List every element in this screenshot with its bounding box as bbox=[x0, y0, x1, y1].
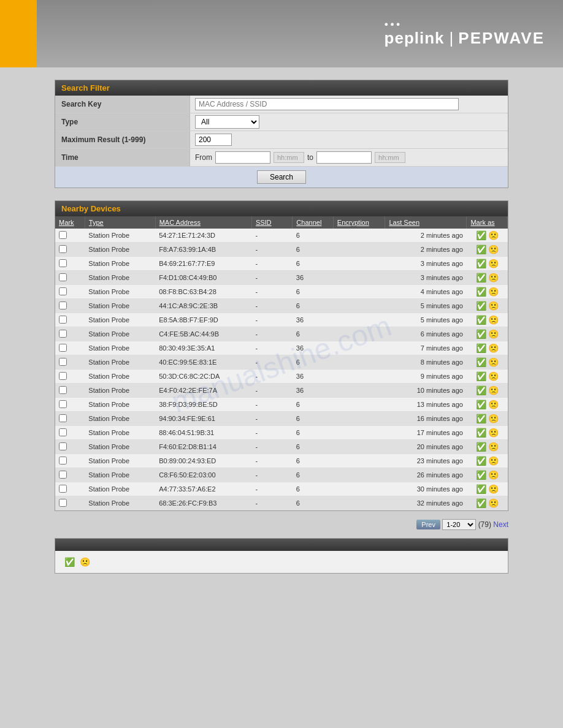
mark-checkbox[interactable] bbox=[59, 316, 67, 324]
mark-as-good-icon[interactable]: ✅ bbox=[476, 470, 486, 480]
mark-as-bad-icon[interactable]: 🙁 bbox=[488, 442, 499, 452]
cell-mark bbox=[55, 468, 85, 482]
mark-as-bad-icon[interactable]: 🙁 bbox=[488, 498, 499, 508]
mark-checkbox[interactable] bbox=[59, 386, 67, 394]
mark-checkbox[interactable] bbox=[59, 428, 67, 436]
time-from-input[interactable] bbox=[215, 151, 270, 164]
mark-as-bad-icon[interactable]: 🙁 bbox=[488, 329, 499, 339]
table-row: Station Probe F4:60:E2:D8:B1:14 - 6 20 m… bbox=[55, 440, 508, 454]
mark-as-bad-icon[interactable]: 🙁 bbox=[488, 414, 499, 423]
col-encryption[interactable]: Encryption bbox=[333, 216, 385, 229]
mark-checkbox[interactable] bbox=[59, 344, 67, 352]
mark-as-bad-icon[interactable]: 🙁 bbox=[488, 230, 499, 240]
mark-as-good-icon[interactable]: ✅ bbox=[476, 287, 486, 297]
search-key-input[interactable] bbox=[195, 98, 459, 110]
mark-as-good-icon[interactable]: ✅ bbox=[476, 315, 486, 325]
cell-type: Station Probe bbox=[85, 440, 155, 454]
cell-mac: 08:F8:BC:63:B4:28 bbox=[155, 285, 251, 299]
mark-as-good-icon[interactable]: ✅ bbox=[476, 357, 486, 367]
logo-pepwave: PEPWAVE bbox=[458, 29, 545, 48]
mark-as-good-icon[interactable]: ✅ bbox=[476, 245, 486, 254]
mark-checkbox[interactable] bbox=[59, 231, 67, 239]
main-content: Search Filter Search Key Type All Statio… bbox=[0, 67, 563, 586]
col-mark[interactable]: Mark bbox=[55, 216, 85, 229]
mark-checkbox[interactable] bbox=[59, 301, 67, 309]
col-mac[interactable]: MAC Address bbox=[155, 216, 251, 229]
table-row: Station Probe 08:F8:BC:63:B4:28 - 6 4 mi… bbox=[55, 285, 508, 299]
time-to-input[interactable] bbox=[316, 151, 372, 164]
mark-as-bad-icon[interactable]: 🙁 bbox=[488, 371, 499, 381]
mark-as-bad-icon[interactable]: 🙁 bbox=[488, 428, 499, 438]
mark-checkbox[interactable] bbox=[59, 400, 67, 408]
cell-mac: 54:27:1E:71:24:3D bbox=[155, 229, 251, 243]
mark-as-good-icon[interactable]: ✅ bbox=[476, 385, 486, 395]
mark-as-bad-icon[interactable]: 🙁 bbox=[488, 357, 499, 367]
max-result-input[interactable]: 200 bbox=[195, 134, 232, 146]
prev-button[interactable]: Prev bbox=[416, 520, 440, 529]
mark-as-good-icon[interactable]: ✅ bbox=[476, 484, 486, 494]
mark-as-good-icon[interactable]: ✅ bbox=[476, 428, 486, 438]
mark-as-bad-icon[interactable]: 🙁 bbox=[488, 301, 499, 311]
logo-peplink: peplink bbox=[385, 29, 445, 48]
mark-as-good-icon[interactable]: ✅ bbox=[476, 259, 486, 268]
cell-type: Station Probe bbox=[85, 285, 155, 299]
type-row: Type All Station Probe AP bbox=[55, 113, 508, 131]
mark-checkbox[interactable] bbox=[59, 442, 67, 450]
mark-as-bad-icon[interactable]: 🙁 bbox=[488, 273, 499, 282]
cell-encryption bbox=[333, 440, 385, 454]
mark-as-bad-icon[interactable]: 🙁 bbox=[488, 470, 499, 480]
cell-ssid: - bbox=[251, 496, 292, 510]
mark-checkbox[interactable] bbox=[59, 485, 67, 493]
cell-last-seen: 10 minutes ago bbox=[385, 384, 467, 398]
mark-as-good-icon[interactable]: ✅ bbox=[476, 400, 486, 409]
mark-as-good-icon[interactable]: ✅ bbox=[476, 414, 486, 423]
mark-as-good-icon[interactable]: ✅ bbox=[476, 456, 486, 466]
mark-as-good-icon[interactable]: ✅ bbox=[476, 498, 486, 508]
table-row: Station Probe 94:90:34:FE:9E:61 - 6 16 m… bbox=[55, 412, 508, 426]
mark-checkbox[interactable] bbox=[59, 414, 67, 422]
mark-as-bad-icon[interactable]: 🙁 bbox=[488, 287, 499, 297]
cell-mac: 38:F9:D3:99:BE:5D bbox=[155, 398, 251, 412]
mark-as-good-icon[interactable]: ✅ bbox=[476, 273, 486, 282]
mark-as-bad-icon[interactable]: 🙁 bbox=[488, 259, 499, 268]
mark-checkbox[interactable] bbox=[59, 259, 67, 267]
col-type[interactable]: Type bbox=[85, 216, 155, 229]
mark-checkbox[interactable] bbox=[59, 457, 67, 464]
mark-checkbox[interactable] bbox=[59, 245, 67, 253]
mark-checkbox[interactable] bbox=[59, 499, 67, 507]
mark-as-bad-icon[interactable]: 🙁 bbox=[488, 400, 499, 409]
cell-mac: C8:F6:50:E2:03:00 bbox=[155, 468, 251, 482]
mark-as-bad-icon[interactable]: 🙁 bbox=[488, 456, 499, 466]
cell-mac: F8:A7:63:99:1A:4B bbox=[155, 243, 251, 257]
mark-checkbox[interactable] bbox=[59, 287, 67, 295]
mark-checkbox[interactable] bbox=[59, 471, 67, 479]
mark-as-good-icon[interactable]: ✅ bbox=[476, 343, 486, 353]
mark-as-bad-icon[interactable]: 🙁 bbox=[488, 315, 499, 325]
mark-as-good-icon[interactable]: ✅ bbox=[476, 371, 486, 381]
mark-as-good-icon[interactable]: ✅ bbox=[476, 442, 486, 452]
cell-last-seen: 2 minutes ago bbox=[385, 243, 467, 257]
mark-as-good-icon[interactable]: ✅ bbox=[476, 230, 486, 240]
mark-checkbox[interactable] bbox=[59, 330, 67, 338]
cell-ssid: - bbox=[251, 243, 292, 257]
mark-checkbox[interactable] bbox=[59, 372, 67, 380]
mark-as-bad-icon[interactable]: 🙁 bbox=[488, 245, 499, 254]
next-link[interactable]: Next bbox=[493, 520, 508, 529]
cell-channel: 6 bbox=[293, 398, 333, 412]
mark-as-good-icon[interactable]: ✅ bbox=[476, 301, 486, 311]
mark-checkbox[interactable] bbox=[59, 273, 67, 281]
mark-checkbox[interactable] bbox=[59, 358, 67, 366]
mark-as-bad-icon[interactable]: 🙁 bbox=[488, 343, 499, 353]
cell-channel: 6 bbox=[293, 454, 333, 468]
search-button[interactable]: Search bbox=[257, 170, 306, 184]
col-last-seen[interactable]: Last Seen bbox=[385, 216, 467, 229]
col-channel[interactable]: Channel bbox=[293, 216, 333, 229]
page-select[interactable]: 1-20 21-40 41-60 61-79 bbox=[442, 519, 476, 530]
mark-as-bad-icon[interactable]: 🙁 bbox=[488, 385, 499, 395]
mark-as-good-icon[interactable]: ✅ bbox=[476, 329, 486, 339]
col-ssid[interactable]: SSID bbox=[251, 216, 292, 229]
search-filter-section: Search Filter Search Key Type All Statio… bbox=[55, 80, 508, 188]
cell-channel: 6 bbox=[293, 482, 333, 496]
mark-as-bad-icon[interactable]: 🙁 bbox=[488, 484, 499, 494]
type-select[interactable]: All Station Probe AP bbox=[195, 115, 259, 129]
